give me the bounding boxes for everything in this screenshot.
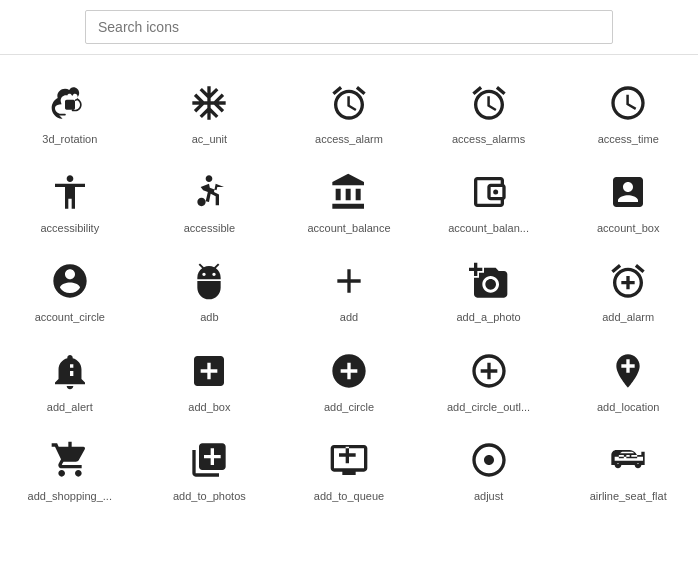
- add_location-icon: [604, 347, 652, 395]
- search-input[interactable]: [85, 10, 613, 44]
- airline_seat_flat-icon: [604, 436, 652, 484]
- account_box-icon: [604, 168, 652, 216]
- icon-item-add_circle_outline[interactable]: add_circle_outl...: [419, 333, 559, 422]
- icon-label-account_box: account_box: [597, 222, 659, 235]
- icon-label-add_to_photos: add_to_photos: [173, 490, 246, 503]
- icon-item-account_balance[interactable]: account_balance: [279, 154, 419, 243]
- add_alarm-icon: [604, 257, 652, 305]
- add_alert-icon: [46, 347, 94, 395]
- account_balance-icon: [325, 168, 373, 216]
- adjust-icon: [465, 436, 513, 484]
- icon-label-adb: adb: [200, 311, 218, 324]
- add_a_photo-icon: [465, 257, 513, 305]
- icon-item-access_time[interactable]: access_time: [558, 65, 698, 154]
- icon-item-account_box[interactable]: account_box: [558, 154, 698, 243]
- icon-item-add_circle[interactable]: add_circle: [279, 333, 419, 422]
- icon-label-access_alarm: access_alarm: [315, 133, 383, 146]
- icon-label-add_circle_outline: add_circle_outl...: [447, 401, 530, 414]
- account_balance_wallet-icon: [465, 168, 513, 216]
- icon-item-add_shopping_cart[interactable]: add_shopping_...: [0, 422, 140, 511]
- account_circle-icon: [46, 257, 94, 305]
- icon-label-add_shopping_cart: add_shopping_...: [28, 490, 112, 503]
- icon-label-adjust: adjust: [474, 490, 503, 503]
- icon-item-add_alarm[interactable]: add_alarm: [558, 243, 698, 332]
- icon-label-add_alert: add_alert: [47, 401, 93, 414]
- icon-label-access_time: access_time: [598, 133, 659, 146]
- icon-item-add_box[interactable]: add_box: [140, 333, 280, 422]
- icon-label-account_balance: account_balance: [307, 222, 390, 235]
- adb-icon: [185, 257, 233, 305]
- accessibility-icon: [46, 168, 94, 216]
- add_to_queue-icon: [325, 436, 373, 484]
- icon-label-add_a_photo: add_a_photo: [456, 311, 520, 324]
- icon-item-3d_rotation[interactable]: 3d_rotation: [0, 65, 140, 154]
- icon-label-3d_rotation: 3d_rotation: [42, 133, 97, 146]
- icon-item-add_location[interactable]: add_location: [558, 333, 698, 422]
- search-container: [0, 0, 698, 55]
- access_alarms-icon: [465, 79, 513, 127]
- icon-item-add_to_queue[interactable]: add_to_queue: [279, 422, 419, 511]
- icon-item-account_balance_wallet[interactable]: account_balan...: [419, 154, 559, 243]
- icon-label-access_alarms: access_alarms: [452, 133, 525, 146]
- icon-label-ac_unit: ac_unit: [192, 133, 227, 146]
- icon-label-accessibility: accessibility: [40, 222, 99, 235]
- icon-item-add_to_photos[interactable]: add_to_photos: [140, 422, 280, 511]
- icon-item-add[interactable]: add: [279, 243, 419, 332]
- icon-item-account_circle[interactable]: account_circle: [0, 243, 140, 332]
- icon-item-adb[interactable]: adb: [140, 243, 280, 332]
- icon-item-add_a_photo[interactable]: add_a_photo: [419, 243, 559, 332]
- icons-grid: 3d_rotationac_unitaccess_alarmaccess_ala…: [0, 55, 698, 521]
- icon-label-add_circle: add_circle: [324, 401, 374, 414]
- add_shopping_cart-icon: [46, 436, 94, 484]
- icon-label-add_box: add_box: [188, 401, 230, 414]
- icon-item-adjust[interactable]: adjust: [419, 422, 559, 511]
- add_box-icon: [185, 347, 233, 395]
- icon-label-airline_seat_flat: airline_seat_flat: [590, 490, 667, 503]
- icon-item-airline_seat_flat[interactable]: airline_seat_flat: [558, 422, 698, 511]
- access_alarm-icon: [325, 79, 373, 127]
- add-icon: [325, 257, 373, 305]
- add_to_photos-icon: [185, 436, 233, 484]
- icon-label-accessible: accessible: [184, 222, 235, 235]
- icon-item-accessibility[interactable]: accessibility: [0, 154, 140, 243]
- icon-item-ac_unit[interactable]: ac_unit: [140, 65, 280, 154]
- accessible-icon: [185, 168, 233, 216]
- svg-point-0: [493, 190, 498, 195]
- icon-item-accessible[interactable]: accessible: [140, 154, 280, 243]
- icon-label-add_alarm: add_alarm: [602, 311, 654, 324]
- add_circle-icon: [325, 347, 373, 395]
- icon-label-account_balance_wallet: account_balan...: [448, 222, 529, 235]
- icon-label-add_to_queue: add_to_queue: [314, 490, 384, 503]
- icon-label-add: add: [340, 311, 358, 324]
- icon-item-add_alert[interactable]: add_alert: [0, 333, 140, 422]
- icon-item-access_alarms[interactable]: access_alarms: [419, 65, 559, 154]
- 3d_rotation-icon: [46, 79, 94, 127]
- ac_unit-icon: [185, 79, 233, 127]
- icon-label-add_location: add_location: [597, 401, 659, 414]
- add_circle_outline-icon: [465, 347, 513, 395]
- icon-label-account_circle: account_circle: [35, 311, 105, 324]
- access_time-icon: [604, 79, 652, 127]
- icon-item-access_alarm[interactable]: access_alarm: [279, 65, 419, 154]
